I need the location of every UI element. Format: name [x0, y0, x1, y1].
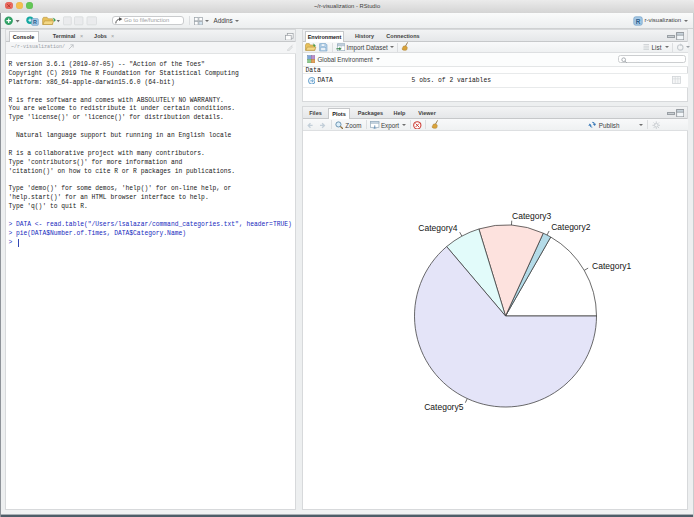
svg-text:R: R: [33, 19, 37, 25]
svg-text:Category5: Category5: [424, 402, 463, 412]
svg-text:Category3: Category3: [512, 211, 551, 221]
svg-text:Category2: Category2: [551, 222, 590, 232]
svg-text:Category4: Category4: [418, 223, 457, 233]
svg-text:Category1: Category1: [592, 261, 631, 271]
svg-text:R: R: [635, 17, 640, 24]
